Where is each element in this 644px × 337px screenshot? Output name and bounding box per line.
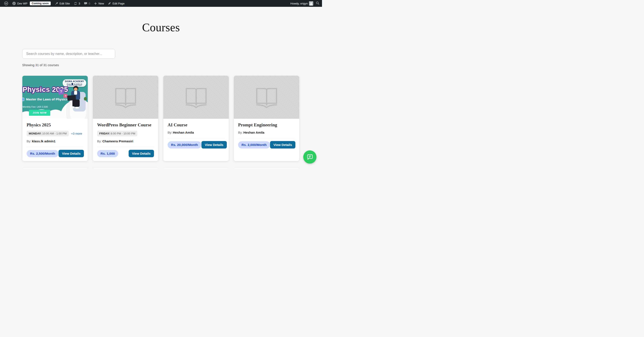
join-now-button[interactable]: JOIN NOW — [29, 110, 50, 116]
course-thumbnail — [163, 76, 229, 119]
author-row: By:klass.lk admin1 — [26, 139, 84, 143]
open-book-icon — [113, 86, 138, 108]
course-title: WordPress Beginner Course — [97, 122, 154, 128]
course-thumbnail — [234, 76, 299, 119]
course-card-1[interactable]: SIGMA ACADEMY FromKLASS.LK WE MAKE TEACH… — [22, 75, 88, 161]
schedule-row: FRIDAY:8:00 PM - 10:00 PM — [97, 131, 154, 136]
student-illustration — [68, 86, 85, 111]
course-card-4[interactable]: Prompt Engineering By:Heshan Amila Rs. 2… — [234, 75, 300, 161]
phone-icon — [72, 83, 73, 85]
next-row-card-stubs — [22, 167, 300, 168]
card-stub — [163, 167, 229, 168]
course-search-input[interactable] — [22, 49, 115, 59]
physics-banner: SIGMA ACADEMY FromKLASS.LK WE MAKE TEACH… — [22, 76, 88, 119]
price-badge: Rs. 2,000/Month — [238, 141, 270, 148]
card-stub — [234, 167, 300, 168]
by-label: By: — [238, 131, 243, 134]
view-details-button[interactable]: View Details — [202, 141, 227, 148]
edit-page-menu[interactable]: Edit Page — [106, 0, 126, 7]
schedule-badge: MONDAY:10:00 AM - 1:00 PM — [26, 131, 69, 136]
site-name: Dev WP — [17, 2, 28, 5]
schedule-row: MONDAY:10:00 AM - 1:00 PM +3 more — [26, 131, 84, 136]
site-menu[interactable]: Dev WP — [10, 0, 30, 7]
schedule-day: MONDAY: — [29, 132, 42, 135]
by-label: By: — [97, 139, 102, 143]
placeholder-thumbnail — [234, 76, 299, 119]
course-thumbnail: SIGMA ACADEMY FromKLASS.LK WE MAKE TEACH… — [22, 76, 88, 119]
page-title: Courses — [0, 21, 322, 34]
coming-soon-badge: Coming soon — [30, 1, 51, 5]
admin-search-icon[interactable] — [316, 1, 320, 5]
author-row: By:Chameera Premasiri — [97, 139, 154, 143]
edit-site-label: Edit Site — [60, 2, 70, 5]
view-details-button[interactable]: View Details — [270, 141, 296, 148]
updates-icon — [74, 2, 77, 5]
results-summary: Showing 31 of 31 courses — [22, 63, 322, 67]
author-name: Heshan Amila — [244, 131, 264, 134]
view-details-button[interactable]: View Details — [58, 150, 84, 157]
banner-fee: Monthly Fee: LKR 2,500 — [22, 105, 48, 108]
my-account-menu[interactable]: Howdy, origyn — [288, 0, 314, 7]
author-name: klass.lk admin1 — [32, 139, 56, 143]
by-label: By: — [26, 139, 31, 143]
wordpress-logo-icon — [4, 1, 8, 5]
badge-from: From — [67, 83, 71, 85]
pencil-icon — [108, 2, 111, 5]
updates-menu[interactable]: 3 — [72, 0, 82, 7]
new-label: New — [98, 2, 104, 5]
course-thumbnail — [93, 76, 158, 119]
open-book-icon — [184, 86, 209, 108]
schedule-time: 8:00 PM - 10:00 PM — [111, 132, 136, 135]
wp-admin-bar: Dev WP Coming soon Edit Site 3 0 New — [0, 0, 322, 7]
wp-logo-menu[interactable] — [2, 0, 10, 7]
chat-widget-button[interactable] — [303, 150, 316, 164]
card-footer: Rs. 2,000/Month View Details — [238, 138, 295, 148]
placeholder-thumbnail — [163, 76, 229, 119]
edit-site-menu[interactable]: Edit Site — [53, 0, 72, 7]
comment-bubble-icon — [84, 2, 87, 5]
schedule-badge: FRIDAY:8:00 PM - 10:00 PM — [97, 131, 137, 136]
author-name: Chameera Premasiri — [102, 139, 133, 143]
book-chip-icon — [22, 98, 24, 101]
chat-bubble-icon — [306, 153, 314, 161]
price-badge: Rs. 20,000/Month — [168, 141, 202, 148]
banner-tagline: Master the Laws of Physics — [22, 97, 68, 101]
author-name: Heshan Amila — [173, 131, 194, 134]
placeholder-thumbnail — [93, 76, 158, 119]
author-row: By:Heshan Amila — [238, 131, 295, 134]
page: Dev WP Coming soon Edit Site 3 0 New — [0, 0, 322, 168]
course-title: Physics 2025 — [26, 122, 84, 128]
user-avatar — [309, 1, 313, 5]
badge-title: SIGMA ACADEMY — [65, 80, 84, 83]
plus-icon — [94, 2, 97, 5]
site-favicon-icon — [12, 1, 16, 5]
schedule-day: FRIDAY: — [99, 132, 110, 135]
course-card-2[interactable]: WordPress Beginner Course FRIDAY:8:00 PM… — [93, 75, 158, 161]
by-label: By: — [168, 131, 172, 134]
card-footer: Rs. 2,500/Month View Details — [26, 147, 84, 157]
new-content-menu[interactable]: New — [92, 0, 106, 7]
badge-brand: KLASS.LK — [74, 83, 82, 85]
question-bubble-icon: ? — [58, 89, 64, 94]
banner-tagline-text: Master the Laws of Physics — [26, 97, 68, 101]
schedule-time: 10:00 AM - 1:00 PM — [42, 132, 67, 135]
more-schedules-link[interactable]: +3 more — [71, 132, 82, 135]
course-card-3[interactable]: AI Course By:Heshan Amila Rs. 20,000/Mon… — [163, 75, 229, 161]
price-badge: Rs. 1,000 — [97, 150, 118, 157]
updates-count: 3 — [78, 2, 80, 5]
comments-menu[interactable]: 0 — [82, 0, 92, 7]
howdy-label: Howdy, origyn — [290, 2, 308, 5]
edit-page-label: Edit Page — [112, 2, 124, 5]
comments-count: 0 — [88, 2, 90, 5]
card-footer: Rs. 1,000 View Details — [97, 147, 154, 157]
paintbrush-icon — [55, 2, 58, 5]
card-stub — [93, 167, 158, 168]
card-footer: Rs. 20,000/Month View Details — [168, 138, 224, 148]
course-title: AI Course — [168, 122, 224, 128]
author-row: By:Heshan Amila — [168, 131, 224, 134]
view-details-button[interactable]: View Details — [129, 150, 154, 157]
course-grid: SIGMA ACADEMY FromKLASS.LK WE MAKE TEACH… — [22, 75, 322, 161]
course-title: Prompt Engineering — [238, 122, 295, 128]
price-badge: Rs. 2,500/Month — [26, 150, 58, 157]
open-book-icon — [254, 86, 279, 108]
